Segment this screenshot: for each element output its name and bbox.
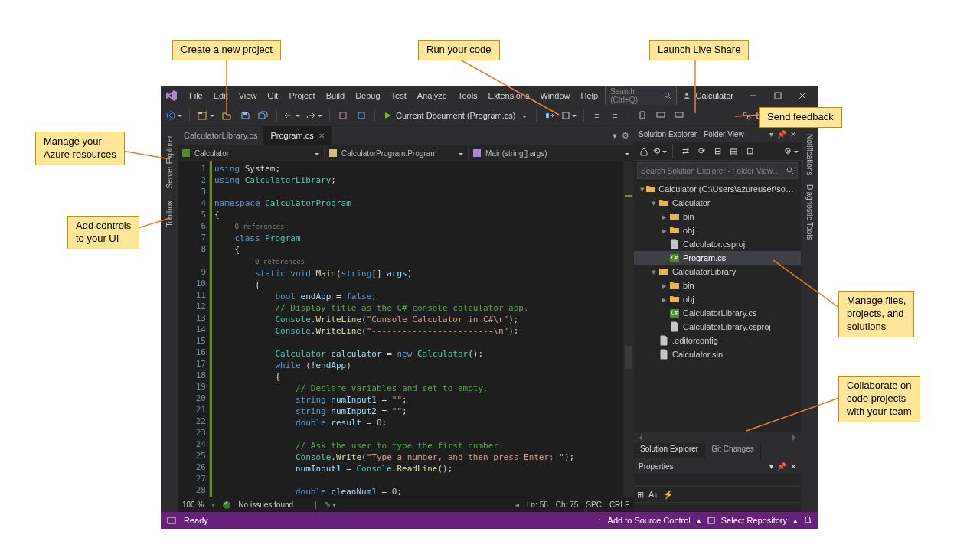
- tree-node[interactable]: ▸obj: [634, 223, 801, 237]
- callout-live-share: Launch Live Share: [649, 40, 749, 60]
- menu-debug[interactable]: Debug: [350, 89, 385, 103]
- bell-icon[interactable]: [804, 516, 812, 525]
- add-source-control[interactable]: Add to Source Control: [608, 516, 691, 525]
- menu-file[interactable]: File: [184, 89, 208, 103]
- tree-node[interactable]: Calculator.csproj: [634, 237, 801, 251]
- tree-node[interactable]: ▸obj: [634, 292, 801, 306]
- issues-label[interactable]: No issues found: [238, 500, 293, 509]
- events-icon[interactable]: ⚡: [663, 490, 674, 500]
- properties-icon[interactable]: ⊡: [743, 145, 756, 158]
- home-icon[interactable]: [637, 145, 651, 158]
- tree-node[interactable]: Calculator.sln: [634, 347, 801, 361]
- search-box[interactable]: Search (Ctrl+Q): [605, 86, 677, 106]
- eol-indicator: CRLF: [609, 500, 629, 509]
- code-editor[interactable]: 1234567891011121314151617181920212223242…: [178, 161, 634, 497]
- context-project[interactable]: Calculator: [178, 145, 325, 161]
- dropdown-icon[interactable]: ▾: [769, 462, 773, 471]
- svg-rect-21: [358, 112, 364, 119]
- undo-button[interactable]: [282, 107, 302, 124]
- close-button[interactable]: [790, 87, 815, 104]
- svg-point-32: [787, 168, 792, 172]
- tree-node[interactable]: ▸bin: [634, 279, 801, 292]
- indent-more-icon[interactable]: ≡: [607, 107, 624, 124]
- close-tab-icon[interactable]: ✕: [318, 132, 325, 140]
- tree-node[interactable]: .editorconfig: [634, 334, 801, 347]
- horizontal-scrollbar[interactable]: [634, 432, 801, 443]
- pin-icon[interactable]: 📌: [777, 130, 786, 139]
- zoom-level[interactable]: 100 %: [182, 500, 204, 509]
- diagnostic-tools-tab[interactable]: Diagnostic Tools: [803, 180, 816, 245]
- tree-node[interactable]: ▾Calculator (C:\Users\azureuser\source\r…: [634, 182, 801, 196]
- doc-tab-label: Program.cs: [270, 131, 313, 140]
- maximize-button[interactable]: [766, 87, 790, 104]
- callout-files: Manage files, projects, and solutions: [838, 291, 914, 337]
- dropdown-icon[interactable]: ▾: [769, 130, 773, 139]
- tool-icon[interactable]: [335, 107, 351, 124]
- alpha-sort-icon[interactable]: A↓: [648, 490, 658, 499]
- settings-icon[interactable]: ⚙: [784, 145, 798, 158]
- vertical-scrollbar[interactable]: [623, 161, 634, 497]
- solution-explorer-tab[interactable]: Solution Explorer: [634, 443, 705, 458]
- view-icon[interactable]: ⟲: [653, 145, 667, 158]
- server-explorer-tab[interactable]: Server Explorer: [163, 129, 176, 194]
- step-icon[interactable]: [541, 107, 558, 124]
- select-repository[interactable]: Select Repository: [721, 516, 787, 525]
- nav-back-button[interactable]: [164, 107, 185, 124]
- tree-node[interactable]: ▸bin: [634, 210, 801, 223]
- repo-icon: [707, 517, 715, 524]
- context-method[interactable]: Main(string[] args): [469, 145, 634, 161]
- callout-toolbox: Add controls to your UI: [67, 216, 139, 249]
- tree-node[interactable]: C#CalculatorLibrary.cs: [634, 306, 801, 320]
- menu-help[interactable]: Help: [576, 89, 604, 103]
- new-project-button[interactable]: +: [194, 107, 217, 124]
- notifications-tab[interactable]: Notifications: [803, 129, 816, 180]
- menu-window[interactable]: Window: [534, 89, 575, 103]
- tool-icon-2[interactable]: [353, 107, 370, 124]
- open-button[interactable]: [218, 107, 235, 124]
- solution-tree[interactable]: ▾Calculator (C:\Users\azureuser\source\r…: [634, 181, 801, 432]
- run-button[interactable]: Current Document (Program.cs): [380, 107, 531, 124]
- menu-project[interactable]: Project: [283, 89, 320, 103]
- close-panel-icon[interactable]: ✕: [790, 130, 796, 139]
- collapse-icon[interactable]: ⊟: [710, 145, 724, 158]
- git-changes-tab[interactable]: Git Changes: [705, 443, 761, 458]
- solution-explorer-search[interactable]: Search Solution Explorer - Folder View (…: [637, 162, 798, 179]
- menu-git[interactable]: Git: [262, 89, 283, 103]
- tree-node[interactable]: CalculatorLibrary.csproj: [634, 320, 801, 334]
- comment-icon[interactable]: [652, 107, 669, 124]
- bookmark-icon[interactable]: [634, 107, 651, 124]
- save-all-button[interactable]: [255, 107, 272, 124]
- pin-icon[interactable]: 📌: [777, 462, 786, 471]
- minimize-button[interactable]: [741, 87, 766, 104]
- search-placeholder: Search Solution Explorer - Folder View (…: [641, 167, 782, 175]
- show-all-icon[interactable]: ▤: [727, 145, 740, 158]
- menu-build[interactable]: Build: [321, 89, 350, 103]
- refresh-icon[interactable]: ⟳: [694, 145, 708, 158]
- context-class[interactable]: CalculatorProgram.Program: [325, 145, 469, 161]
- redo-button[interactable]: [304, 107, 325, 124]
- menu-edit[interactable]: Edit: [208, 89, 234, 103]
- toolbox-tab[interactable]: Toolbox: [163, 194, 176, 233]
- tree-node[interactable]: C#Program.cs: [634, 251, 801, 265]
- menu-analyze[interactable]: Analyze: [412, 89, 452, 103]
- doc-tab-inactive[interactable]: CalculatorLibrary.cs: [178, 126, 264, 145]
- uncomment-icon[interactable]: [671, 107, 688, 124]
- pin-icon[interactable]: ⚙: [622, 131, 629, 141]
- menu-test[interactable]: Test: [386, 89, 412, 103]
- tree-node[interactable]: ▾Calculator: [634, 196, 801, 210]
- sync-icon[interactable]: ⇄: [678, 145, 692, 158]
- indent-less-icon[interactable]: ≡: [589, 107, 606, 124]
- context-label: Main(string[] args): [485, 149, 547, 158]
- close-panel-icon[interactable]: ✕: [790, 462, 796, 471]
- dropdown-icon[interactable]: ▾: [612, 131, 617, 141]
- menu-view[interactable]: View: [234, 89, 263, 103]
- callout-run-code: Run your code: [418, 40, 500, 60]
- menu-tools[interactable]: Tools: [452, 89, 483, 103]
- menu-extensions[interactable]: Extensions: [483, 89, 535, 103]
- debug-target-button[interactable]: [560, 107, 579, 124]
- doc-tab-active[interactable]: Program.cs ✕: [264, 126, 331, 145]
- code-content[interactable]: using System; using CalculatorLibrary; n…: [210, 161, 623, 497]
- tree-node[interactable]: ▾CalculatorLibrary: [634, 265, 801, 279]
- save-button[interactable]: [237, 107, 253, 124]
- categorize-icon[interactable]: ⊞: [637, 490, 644, 500]
